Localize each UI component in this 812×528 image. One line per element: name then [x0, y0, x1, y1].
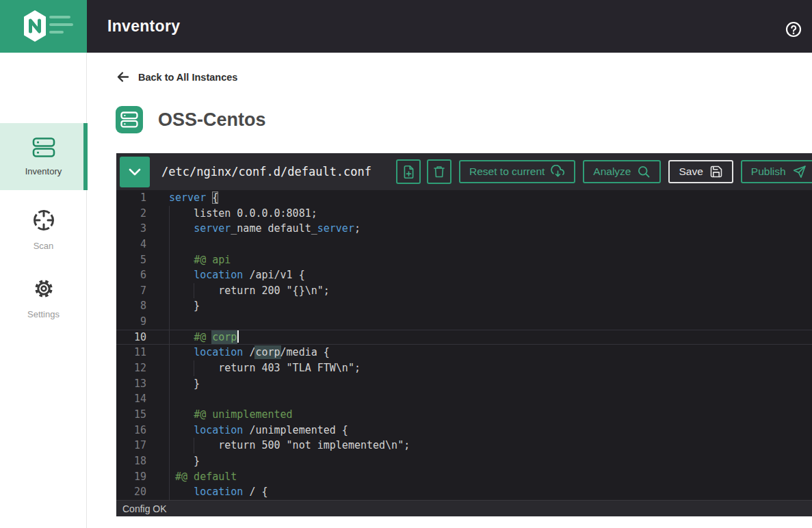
code-text: return 200 "{}\n";	[146, 283, 812, 299]
code-line-1[interactable]: 1server {	[116, 190, 812, 206]
gear-icon	[31, 276, 56, 301]
line-number: 20	[116, 484, 146, 500]
indent-guide	[169, 330, 170, 345]
code-line-15[interactable]: 15 #@ unimplemented	[116, 407, 812, 423]
indent-guide	[169, 221, 170, 237]
code-line-20[interactable]: 20 location / {	[116, 484, 812, 500]
code-line-4[interactable]: 4	[116, 237, 812, 252]
sidebar-item-scan[interactable]: Scan	[0, 202, 87, 256]
sidebar-item-label: Settings	[27, 309, 60, 319]
save-button[interactable]: Save	[668, 160, 733, 183]
code-line-9[interactable]: 9	[116, 314, 812, 330]
analyze-button[interactable]: Analyze	[583, 160, 661, 183]
code-line-17[interactable]: 17 return 500 "not implemented\n";	[116, 438, 812, 453]
line-number: 12	[116, 360, 146, 376]
code-text: server {	[146, 190, 812, 206]
code-text: location / {	[146, 484, 812, 500]
code-line-3[interactable]: 3 server_name default_server;	[116, 221, 812, 237]
file-select-dropdown[interactable]	[120, 157, 150, 187]
file-path: /etc/nginx/conf.d/default.conf	[161, 165, 371, 179]
line-number: 6	[116, 267, 146, 283]
code-line-5[interactable]: 5 #@ api	[116, 252, 812, 268]
indent-guide	[169, 484, 170, 500]
new-file-button[interactable]	[396, 159, 421, 184]
nginx-logo[interactable]	[0, 0, 87, 53]
indent-guide	[194, 438, 194, 453]
code-line-8[interactable]: 8 }	[116, 298, 812, 314]
indent-guide	[169, 469, 170, 485]
indent-guide	[169, 407, 170, 423]
sidebar: Inventory Scan Settings	[0, 53, 87, 528]
code-text: location /api/v1 {	[146, 267, 812, 283]
indent-guide	[169, 252, 170, 268]
delete-file-button[interactable]	[427, 159, 451, 184]
line-number: 15	[116, 407, 146, 423]
instance-icon	[116, 106, 143, 133]
line-number: 7	[116, 283, 146, 299]
code-text: listen 0.0.0.0:8081;	[146, 206, 812, 222]
code-line-2[interactable]: 2 listen 0.0.0.0:8081;	[116, 206, 812, 222]
active-accent-bar	[83, 123, 88, 190]
code-line-19[interactable]: 19 #@ default	[116, 469, 812, 485]
file-plus-icon	[402, 164, 416, 180]
server-stack-icon	[31, 137, 56, 158]
sidebar-item-label: Scan	[34, 241, 54, 251]
indent-guide	[169, 314, 170, 330]
code-text: return 403 "TLA FTW\n";	[146, 360, 812, 376]
app-window: Inventory Inventory Sca	[0, 0, 812, 528]
code-line-12[interactable]: 12 return 403 "TLA FTW\n";	[116, 360, 812, 376]
scan-target-icon	[31, 208, 56, 233]
indent-guide	[169, 376, 170, 392]
line-number: 9	[116, 314, 146, 330]
server-stack-icon	[120, 111, 138, 128]
code-line-10[interactable]: 10 #@ corp	[116, 330, 812, 345]
code-text: location /corp/media {	[146, 345, 812, 360]
line-number: 13	[116, 376, 146, 392]
code-text: return 500 "not implemented\n";	[146, 438, 812, 453]
back-to-instances-link[interactable]: Back to All Instances	[116, 71, 237, 83]
back-link-label: Back to All Instances	[138, 72, 237, 83]
line-number: 14	[116, 391, 146, 407]
help-icon[interactable]	[785, 21, 802, 38]
line-number: 5	[116, 252, 146, 268]
instance-title: OSS-Centos	[158, 109, 266, 131]
reset-button-label: Reset to current	[469, 166, 545, 178]
cloud-download-icon	[551, 165, 565, 179]
code-line-7[interactable]: 7 return 200 "{}\n";	[116, 283, 812, 299]
code-text	[146, 314, 812, 330]
nginx-hexagon-icon	[23, 10, 47, 42]
reset-to-current-button[interactable]: Reset to current	[459, 160, 575, 183]
indent-guide	[169, 438, 170, 453]
analyze-button-label: Analyze	[593, 166, 631, 178]
sidebar-item-label: Inventory	[25, 166, 62, 176]
sidebar-item-settings[interactable]: Settings	[0, 270, 87, 325]
indent-guide	[194, 283, 194, 299]
indent-guide	[169, 453, 170, 469]
line-number: 11	[116, 345, 146, 360]
code-line-11[interactable]: 11 location /corp/media {	[116, 345, 812, 360]
line-number: 17	[116, 438, 146, 453]
trash-icon	[432, 164, 446, 179]
line-number: 19	[116, 469, 146, 485]
code-line-14[interactable]: 14	[116, 391, 812, 407]
code-text: #@ unimplemented	[146, 407, 812, 423]
code-line-18[interactable]: 18 }	[116, 453, 812, 469]
code-lines[interactable]: 1server {2 listen 0.0.0.0:8081;3 server_…	[116, 190, 812, 500]
code-text: #@ api	[146, 252, 812, 268]
indent-guide	[169, 423, 170, 438]
indent-guide	[169, 237, 170, 252]
sidebar-item-inventory[interactable]: Inventory	[0, 123, 87, 190]
code-line-16[interactable]: 16 location /unimplemented {	[116, 423, 812, 438]
magnifier-icon	[637, 165, 651, 179]
code-text: }	[146, 298, 812, 314]
menu-lines-icon	[49, 16, 73, 38]
floppy-save-icon	[709, 165, 723, 179]
indent-guide	[194, 360, 194, 376]
publish-button[interactable]: Publish	[741, 160, 812, 183]
chevron-down-icon	[127, 163, 143, 180]
code-text	[146, 237, 812, 252]
code-line-6[interactable]: 6 location /api/v1 {	[116, 267, 812, 283]
indent-guide	[169, 360, 170, 376]
code-line-13[interactable]: 13 }	[116, 376, 812, 392]
code-text: }	[146, 453, 812, 469]
